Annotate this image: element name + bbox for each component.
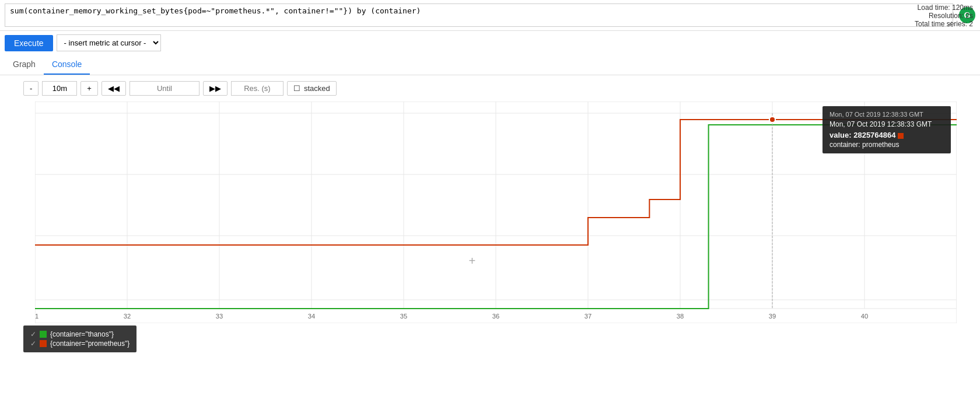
svg-text:+: + (469, 254, 476, 267)
legend-swatch-thanos (40, 331, 47, 338)
load-time: Load time: 120ms (915, 4, 973, 12)
time-minus-button[interactable]: - (23, 81, 38, 96)
svg-text:34: 34 (308, 313, 315, 320)
svg-text:37: 37 (584, 313, 592, 320)
legend-check-thanos: ✓ (30, 330, 36, 338)
svg-text:31: 31 (35, 313, 38, 320)
chart-container: 3G 2G 1G 0 31 32 33 34 35 36 37 38 39 40… (35, 102, 957, 323)
time-forward-button[interactable]: ▶▶ (203, 81, 228, 96)
insert-metric-select[interactable]: - insert metric at cursor - (57, 34, 161, 51)
svg-text:36: 36 (492, 313, 499, 320)
legend-label-prometheus: {container="prometheus"} (50, 340, 130, 348)
legend-check-prometheus: ✓ (30, 340, 36, 348)
resolution-input[interactable] (231, 81, 284, 96)
execute-button[interactable]: Execute (5, 35, 53, 51)
until-input[interactable] (130, 81, 200, 96)
legend-item-prometheus[interactable]: ✓ {container="prometheus"} (30, 340, 130, 348)
stacked-toggle[interactable]: ☐ stacked (287, 81, 337, 96)
svg-text:40: 40 (861, 313, 868, 320)
query-input[interactable]: sum(container_memory_working_set_bytes{p… (5, 4, 953, 27)
legend-item-thanos[interactable]: ✓ {container="thanos"} (30, 330, 130, 338)
tab-graph[interactable]: Graph (5, 55, 44, 75)
legend-swatch-prometheus (40, 340, 47, 347)
resolution: Resolution: 2s (915, 12, 973, 20)
svg-point-21 (769, 117, 775, 123)
svg-text:39: 39 (769, 313, 776, 320)
time-range-input[interactable] (42, 81, 77, 96)
stacked-checkbox-icon: ☐ (293, 84, 300, 93)
tab-console[interactable]: Console (44, 55, 90, 75)
tabs-bar: Graph Console (0, 55, 980, 75)
svg-text:33: 33 (216, 313, 223, 320)
svg-text:35: 35 (400, 313, 407, 320)
total-series: Total time series: 2 (915, 20, 973, 28)
legend-label-thanos: {container="thanos"} (50, 330, 114, 338)
svg-text:32: 32 (124, 313, 131, 320)
top-info: Load time: 120ms Resolution: 2s Total ti… (915, 4, 973, 28)
svg-text:38: 38 (677, 313, 684, 320)
time-back-button[interactable]: ◀◀ (102, 81, 126, 96)
stacked-label-text: stacked (304, 84, 330, 93)
chart-svg: 3G 2G 1G 0 31 32 33 34 35 36 37 38 39 40… (35, 102, 957, 323)
time-plus-button[interactable]: + (80, 81, 98, 96)
legend: ✓ {container="thanos"} ✓ {container="pro… (23, 326, 136, 352)
